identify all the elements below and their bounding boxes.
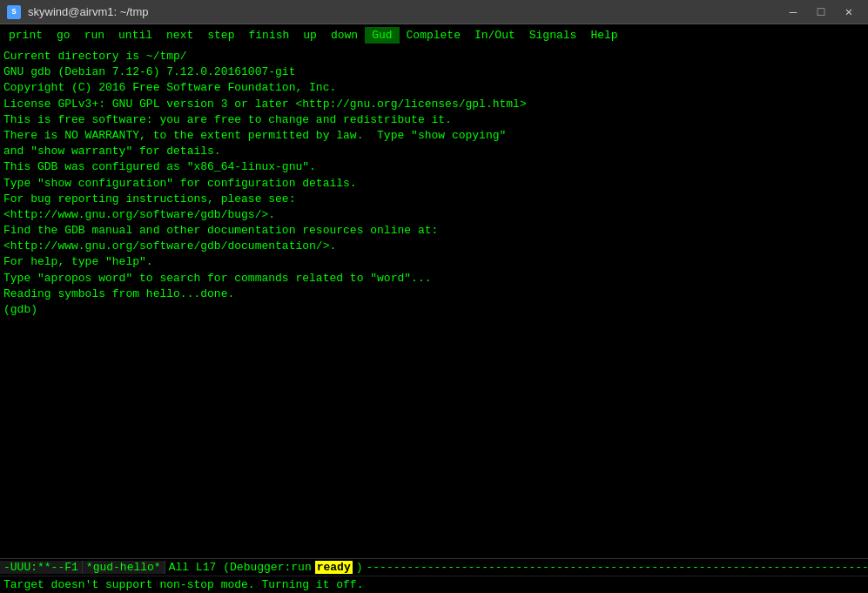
status-ready-badge: ready [315,561,353,574]
terminal-line: Copyright (C) 2016 Free Software Foundat… [3,80,865,96]
menubar: printgorununtilnextstepfinishupdownGudCo… [0,24,868,45]
app-icon-letter: s [11,7,17,17]
status-position: All L17 [165,561,220,574]
menu-item-complete[interactable]: Complete [400,27,468,44]
menu-item-finish[interactable]: finish [241,27,296,44]
terminal-line: This GDB was configured as "x86_64-linux… [3,159,865,175]
titlebar: s skywind@airvm1: ~/tmp — □ ✕ [0,0,868,24]
menu-item-go[interactable]: go [50,27,77,44]
terminal-line: <http://www.gnu.org/software/gdb/bugs/>. [3,207,865,223]
close-button[interactable]: ✕ [837,3,861,21]
menu-item-signals[interactable]: Signals [522,27,584,44]
minimize-button[interactable]: — [781,3,805,21]
terminal-line: Find the GDB manual and other documentat… [3,223,865,239]
menu-item-gud[interactable]: Gud [365,27,399,44]
window-title: skywind@airvm1: ~/tmp [28,5,781,18]
menu-item-step[interactable]: step [200,27,241,44]
menu-item-next[interactable]: next [159,27,200,44]
terminal-line: GNU gdb (Debian 7.12-6) 7.12.0.20161007-… [3,64,865,80]
menu-item-until[interactable]: until [111,27,159,44]
terminal-prompt: (gdb) [3,302,865,318]
bottom-message: Target doesn't support non-stop mode. Tu… [0,576,868,593]
status-debugger-prefix: (Debugger:run [219,561,314,574]
terminal-line: Type "show configuration" for configurat… [3,176,865,192]
menu-item-in/out[interactable]: In/Out [468,27,522,44]
terminal-output[interactable]: Current directory is ~/tmp/GNU gdb (Debi… [0,45,868,558]
terminal-line: and "show warranty" for details. [3,144,865,159]
status-filename: *gud-hello* [83,561,165,574]
terminal-line: License GPLv3+: GNU GPL version 3 or lat… [3,97,865,112]
menu-item-help[interactable]: Help [583,27,624,44]
window-controls: — □ ✕ [781,3,861,21]
terminal-line: Type "apropos word" to search for comman… [3,271,865,286]
menu-item-up[interactable]: up [296,27,324,44]
terminal-line: There is NO WARRANTY, to the extent perm… [3,128,865,144]
statusbar: -UUU:**--F1 *gud-hello* All L17 (Debugge… [0,558,868,576]
terminal-line: <http://www.gnu.org/software/gdb/documen… [3,239,865,254]
maximize-button[interactable]: □ [809,3,833,21]
terminal-line: Current directory is ~/tmp/ [3,49,865,64]
terminal-line: Reading symbols from hello...done. [3,286,865,302]
menu-item-down[interactable]: down [324,27,365,44]
status-close-paren: ) [353,561,367,574]
status-mode: -UUU:**--F1 [0,561,83,574]
app-icon: s [7,5,21,19]
terminal-line: For bug reporting instructions, please s… [3,192,865,207]
menu-item-print[interactable]: print [2,27,50,44]
terminal-line: This is free software: you are free to c… [3,112,865,128]
bottom-message-text: Target doesn't support non-stop mode. Tu… [3,578,363,591]
menu-item-run[interactable]: run [77,27,111,44]
terminal-line: For help, type "help". [3,254,865,270]
status-dashes: ----------------------------------------… [367,561,868,574]
